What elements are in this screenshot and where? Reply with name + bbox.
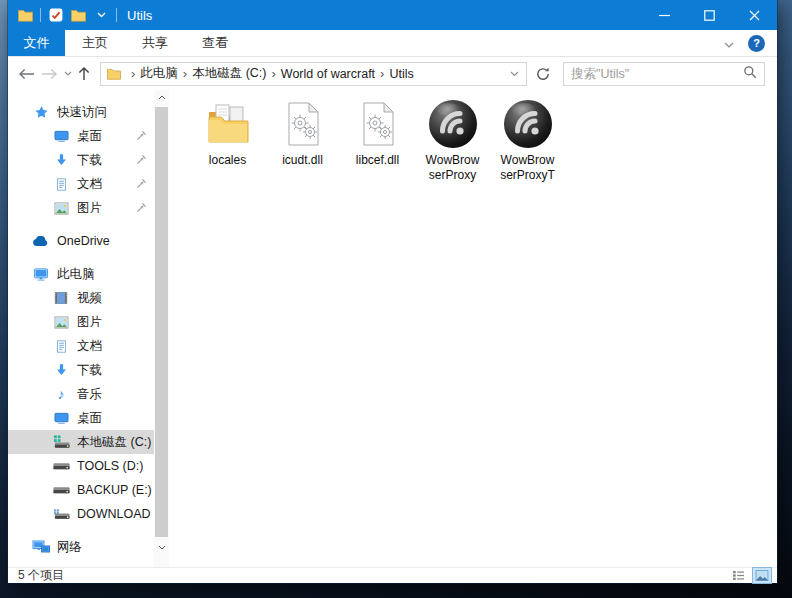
back-button[interactable] [18,62,35,86]
customize-toolbar-chevron-icon[interactable] [93,7,110,24]
pin-icon [136,130,147,144]
search-box[interactable] [563,62,765,86]
ribbon-expand-chevron-icon[interactable] [724,34,734,52]
download-icon [52,153,70,167]
explorer-folder-icon[interactable] [17,7,34,24]
sidebar-item-documents-pinned[interactable]: 文档 [8,172,169,196]
sidebar-item-downloads-pinned[interactable]: 下载 [8,148,169,172]
window-controls [642,0,777,30]
document-icon [52,339,70,354]
file-list: locales icudt.dll [169,90,777,567]
up-button[interactable] [78,62,90,86]
window-title: Utils [127,8,152,23]
sidebar-item-pictures-pinned[interactable]: 图片 [8,196,169,220]
desktop-icon [52,129,70,143]
content: 快速访问 桌面 下载 文档 [8,90,777,567]
pin-icon [136,154,147,168]
location-folder-icon [107,68,121,80]
large-icons-view-icon[interactable] [753,568,771,583]
breadcrumb-this-pc[interactable]: 此电脑 [140,65,178,82]
sidebar-item-network[interactable]: 网络 [8,535,169,559]
recent-locations-chevron-icon[interactable] [64,62,72,86]
search-icon[interactable] [743,65,757,83]
file-item-locales[interactable]: locales [190,100,265,183]
file-item-icudt-dll[interactable]: icudt.dll [265,100,340,183]
download-icon [52,363,70,377]
drive-icon [52,486,70,495]
breadcrumb-separator[interactable]: › [267,66,281,81]
ribbon-tabs: 文件 主页 共享 查看 ? [8,30,777,57]
file-label: WowBrow serProxyT [500,153,555,183]
toolbar-separator [40,8,41,22]
quick-access-toolbar [8,7,117,24]
new-folder-icon[interactable] [70,7,87,24]
forward-button[interactable] [41,62,58,86]
picture-icon [52,316,70,329]
drive-c-icon [52,435,70,449]
desktop: Utils 文件 主页 共享 查看 ? [0,0,792,598]
desktop-icon [52,411,70,425]
properties-check-icon[interactable] [47,7,64,24]
sidebar-item-download-f[interactable]: DOWNLOAD (F:) [8,502,169,526]
help-icon[interactable]: ? [748,35,765,52]
network-icon [32,540,50,554]
sidebar-item-pictures[interactable]: 图片 [8,310,169,334]
sidebar-item-this-pc[interactable]: 此电脑 [8,262,169,286]
onedrive-cloud-icon [32,236,50,247]
sidebar-item-quick-access[interactable]: 快速访问 [8,100,169,124]
breadcrumb-separator[interactable]: › [178,66,192,81]
maximize-button[interactable] [687,0,732,30]
refresh-button[interactable] [531,62,555,86]
wowbrowserproxy-app-icon [429,100,477,148]
pin-icon [136,202,147,216]
pin-icon [136,178,147,192]
sidebar-item-backup-e[interactable]: BACKUP (E:) [8,478,169,502]
minimize-button[interactable] [642,0,687,30]
tab-file[interactable]: 文件 [8,30,65,56]
breadcrumb[interactable]: › 此电脑 › 本地磁盘 (C:) › World of warcraft › … [100,62,527,86]
picture-icon [52,202,70,215]
sidebar-item-documents[interactable]: 文档 [8,334,169,358]
dll-file-icon [279,100,327,148]
quick-access-star-icon [32,105,50,120]
wowbrowserproxyt-app-icon [504,100,552,148]
breadcrumb-utils[interactable]: Utils [389,67,413,81]
file-item-libcef-dll[interactable]: libcef.dll [340,100,415,183]
drive-icon [52,462,70,471]
navigation-pane: 快速访问 桌面 下载 文档 [8,90,169,567]
tab-home[interactable]: 主页 [65,30,125,56]
sidebar-item-desktop[interactable]: 桌面 [8,406,169,430]
sidebar-item-local-disk-c[interactable]: 本地磁盘 (C:) [8,430,169,454]
dll-file-icon [354,100,402,148]
file-item-wowbrowserproxy[interactable]: WowBrow serProxy [415,100,490,183]
sidebar-item-music[interactable]: ♪ 音乐 [8,382,169,406]
sidebar-item-downloads[interactable]: 下载 [8,358,169,382]
scrollbar-thumb[interactable] [155,107,168,537]
video-icon [52,291,70,305]
search-input[interactable] [571,67,743,81]
titlebar: Utils [8,0,777,30]
sidebar-item-videos[interactable]: 视频 [8,286,169,310]
addressbar: › 此电脑 › 本地磁盘 (C:) › World of warcraft › … [8,57,777,90]
toolbar-separator [116,8,117,22]
document-icon [52,177,70,192]
details-view-icon[interactable] [729,568,747,583]
file-item-wowbrowserproxyt[interactable]: WowBrow serProxyT [490,100,565,183]
scroll-up-icon[interactable] [154,90,169,105]
scroll-down-icon[interactable] [154,540,169,555]
sidebar-item-desktop-pinned[interactable]: 桌面 [8,124,169,148]
sidebar-scrollbar[interactable] [154,90,169,567]
statusbar: 5 个项目 [8,567,777,583]
address-dropdown-chevron-icon[interactable] [503,71,526,77]
explorer-window: Utils 文件 主页 共享 查看 ? [8,0,777,583]
tab-share[interactable]: 共享 [125,30,185,56]
breadcrumb-world-of-warcraft[interactable]: World of warcraft [281,67,375,81]
tab-view[interactable]: 查看 [185,30,245,56]
breadcrumb-drive-c[interactable]: 本地磁盘 (C:) [192,65,266,82]
sidebar-item-onedrive[interactable]: OneDrive [8,229,169,253]
folder-icon [204,100,252,148]
breadcrumb-separator[interactable]: › [375,66,389,81]
sidebar-item-tools-d[interactable]: TOOLS (D:) [8,454,169,478]
item-count: 5 个项目 [18,567,64,584]
close-button[interactable] [732,0,777,30]
